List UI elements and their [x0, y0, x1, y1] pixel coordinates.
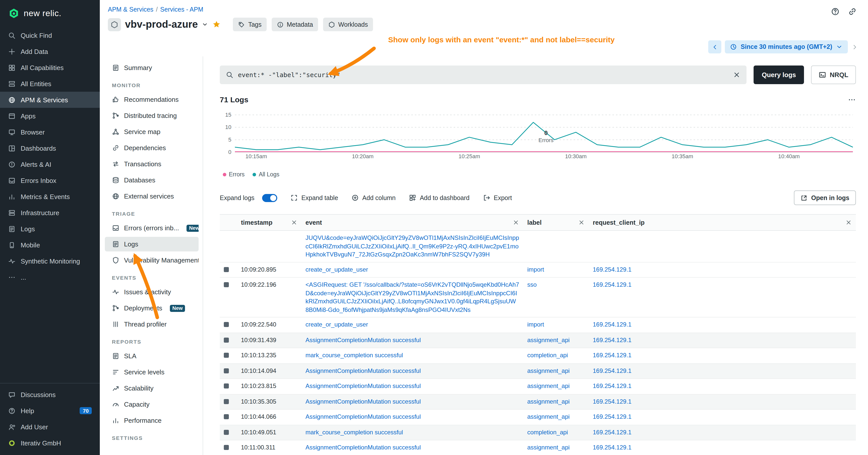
rail-item-metrics-events[interactable]: Metrics & Events [0, 189, 100, 204]
cell-request_client_ip[interactable]: 169.254.129.1 [589, 278, 856, 317]
legend-all-logs[interactable]: All Logs [253, 171, 279, 177]
new-relic-logo[interactable]: new relic. [0, 0, 100, 27]
logs-timeline-chart[interactable]: 05101510:15am10:20am10:25am10:30am10:35a… [220, 109, 856, 159]
row-expand-icon[interactable] [224, 353, 229, 358]
col-header-request_client_ip[interactable]: request_client_ip [589, 215, 856, 230]
metadata-button[interactable]: Metadata [272, 18, 318, 31]
row-expand-icon[interactable] [224, 429, 229, 434]
rail-item-all-capabilities[interactable]: All Capabilities [0, 60, 100, 75]
log-row[interactable]: 10:09:22.196<ASGIRequest: GET '/sso/call… [220, 278, 856, 317]
cell-label[interactable]: completion_api [523, 348, 589, 363]
log-row[interactable]: 10:10:23.815AssignmentCompletionMutation… [220, 379, 856, 394]
subnav-item-external-services[interactable]: External services [105, 189, 198, 203]
query-logs-button[interactable]: Query logs [753, 65, 804, 84]
cell-request_client_ip[interactable]: 169.254.129.1 [589, 394, 856, 410]
rail-item-help[interactable]: Help70 [0, 402, 100, 419]
rail-item-dashboards[interactable]: Dashboards [0, 140, 100, 156]
subnav-item-summary[interactable]: Summary [105, 61, 198, 75]
rail-item-add-data[interactable]: Add Data [0, 43, 100, 60]
cell-label[interactable]: completion_api [523, 425, 589, 440]
log-row[interactable]: 10:09:22.540create_or_update_userimport1… [220, 317, 856, 332]
row-expand-icon[interactable] [224, 445, 229, 450]
rail-item-synthetic-monitoring[interactable]: Synthetic Monitoring [0, 253, 100, 269]
cell-event[interactable]: AssignmentCompletionMutation successful [302, 410, 523, 425]
help-circle-icon[interactable] [831, 7, 840, 16]
cell-event[interactable]: mark_course_completion successful [302, 348, 523, 363]
logs-query-bar[interactable] [220, 65, 746, 84]
cell-label[interactable]: assignment_api [523, 363, 589, 379]
breadcrumb-services-apm[interactable]: Services - APM [160, 6, 204, 13]
legend-errors[interactable]: Errors [223, 171, 245, 177]
cell-label[interactable]: assignment_api [523, 410, 589, 425]
favorite-star-icon[interactable] [213, 20, 221, 29]
chart-options-icon[interactable] [848, 96, 856, 103]
cell-event[interactable]: AssignmentCompletionMutation successful [302, 394, 523, 410]
subnav-item-transactions[interactable]: Transactions [105, 157, 198, 171]
row-expand-icon[interactable] [224, 414, 229, 419]
cell-request_client_ip[interactable]: 169.254.129.1 [589, 425, 856, 440]
rail-item-errors-inbox[interactable]: Errors Inbox [0, 172, 100, 189]
cell-request_client_ip[interactable]: 169.254.129.1 [589, 379, 856, 394]
open-in-logs-button[interactable]: Open in logs [794, 191, 856, 205]
time-range-button[interactable]: Since 30 minutes ago (GMT+2) [725, 40, 848, 54]
cell-event[interactable]: create_or_update_user [302, 262, 523, 278]
rail-item-discussions[interactable]: Discussions [0, 387, 100, 402]
entity-switcher-chevron-icon[interactable] [202, 21, 209, 28]
subnav-item-service-map[interactable]: Service map [105, 125, 198, 139]
export-button[interactable]: Export [483, 194, 512, 201]
nrql-button[interactable]: NRQL [811, 65, 856, 84]
clear-query-icon[interactable] [733, 71, 741, 78]
subnav-item-dependencies[interactable]: Dependencies [105, 140, 198, 155]
log-row[interactable]: 10:10:14.094AssignmentCompletionMutation… [220, 363, 856, 379]
tags-button[interactable]: Tags [233, 18, 267, 31]
log-row[interactable]: JUQVU&code=eyJraWQiOiJjcGltY29yZV8wOTl1M… [220, 230, 856, 262]
cell-label[interactable]: sso [523, 278, 589, 317]
row-expand-icon[interactable] [224, 267, 229, 272]
add-column-button[interactable]: Add column [351, 194, 396, 201]
subnav-item-scalability[interactable]: Scalability [105, 381, 198, 395]
rail-item-apm-services[interactable]: APM & Services [0, 92, 100, 108]
expand-table-button[interactable]: Expand table [290, 194, 338, 201]
cell-label[interactable]: assignment_api [523, 394, 589, 410]
cell-event[interactable]: <ASGIRequest: GET '/sso/callback/?state=… [302, 278, 523, 317]
col-header-label[interactable]: label [523, 215, 589, 230]
cell-request_client_ip[interactable]: 169.254.129.1 [589, 440, 856, 455]
log-row[interactable]: 10:10:44.066AssignmentCompletionMutation… [220, 410, 856, 425]
cell-request_client_ip[interactable]: 169.254.129.1 [589, 348, 856, 363]
rail-item-mobile[interactable]: Mobile [0, 237, 100, 253]
cell-event[interactable]: JUQVU&code=eyJraWQiOiJjcGltY29yZV8wOTl1M… [302, 230, 523, 262]
subnav-item-vulnerability-management[interactable]: Vulnerability Management [105, 253, 198, 267]
log-row[interactable]: 10:09:20.895create_or_update_userimport1… [220, 262, 856, 278]
breadcrumb-apm-services[interactable]: APM & Services [108, 6, 154, 13]
cell-event[interactable]: AssignmentCompletionMutation successful [302, 332, 523, 348]
log-row[interactable]: 10:10:35.305AssignmentCompletionMutation… [220, 394, 856, 410]
subnav-item-issues-activity[interactable]: Issues & activity [105, 285, 198, 299]
add-to-dashboard-button[interactable]: Add to dashboard [409, 194, 469, 201]
subnav-item-performance[interactable]: Performance [105, 413, 198, 428]
subnav-item-errors-errors-inb[interactable]: Errors (errors inb...New [105, 221, 198, 235]
remove-column-timestamp-icon[interactable] [291, 219, 298, 226]
cell-label[interactable]: import [523, 262, 589, 278]
cell-label[interactable]: assignment_api [523, 440, 589, 455]
time-back-button[interactable] [709, 40, 721, 54]
cell-event[interactable]: mark_course_completion successful [302, 425, 523, 440]
rail-item-apps[interactable]: Apps [0, 108, 100, 124]
rail-item-more[interactable]: ... [0, 269, 100, 285]
cell-request_client_ip[interactable]: 169.254.129.1 [589, 363, 856, 379]
rail-item-alerts-ai[interactable]: Alerts & AI [0, 156, 100, 172]
time-forward-button[interactable] [851, 43, 858, 50]
cell-label[interactable]: assignment_api [523, 379, 589, 394]
cell-event[interactable]: AssignmentCompletionMutation successful [302, 440, 523, 455]
expand-logs-toggle[interactable] [262, 194, 277, 202]
col-header-event[interactable]: event [302, 215, 523, 230]
log-row[interactable]: 10:11:00.311AssignmentCompletionMutation… [220, 440, 856, 455]
row-expand-icon[interactable] [224, 384, 229, 389]
rail-item-logs[interactable]: Logs [0, 221, 100, 237]
row-expand-icon[interactable] [224, 368, 229, 373]
subnav-item-databases[interactable]: Databases [105, 173, 198, 188]
subnav-item-capacity[interactable]: Capacity [105, 397, 198, 412]
row-expand-icon[interactable] [224, 337, 229, 343]
cell-label[interactable]: import [523, 317, 589, 332]
remove-column-event-icon[interactable] [513, 219, 519, 226]
log-row[interactable]: 10:10:13.235mark_course_completion succe… [220, 348, 856, 363]
